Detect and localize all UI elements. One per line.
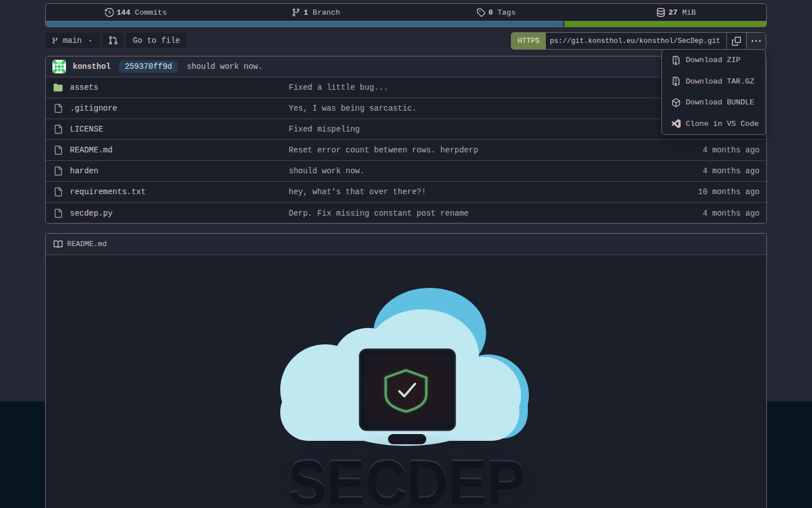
svg-text:SECDEP: SECDEP	[288, 448, 525, 508]
